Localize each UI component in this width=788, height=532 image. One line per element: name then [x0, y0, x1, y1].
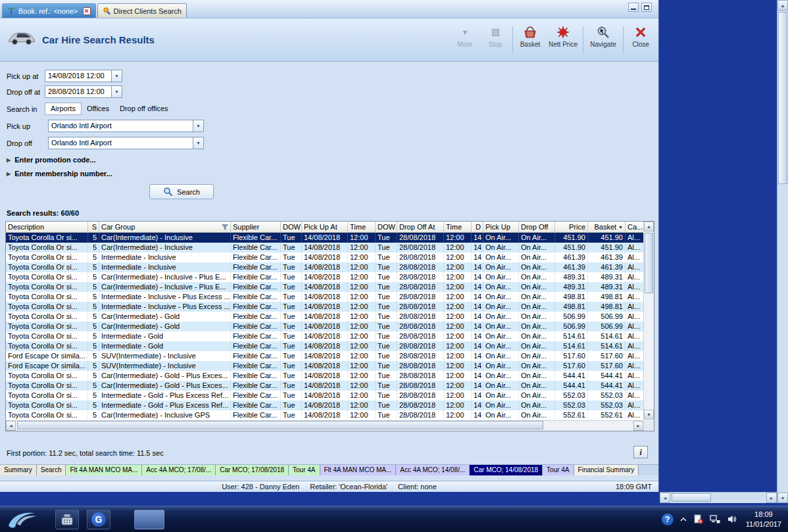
minimize-button[interactable] — [628, 3, 639, 12]
column-header[interactable]: D — [472, 222, 483, 233]
column-header[interactable]: DOW — [376, 222, 397, 233]
bottom-tab[interactable]: Tour 4A — [289, 465, 320, 475]
volume-icon[interactable] — [727, 514, 737, 524]
filter-funnel-icon[interactable] — [222, 224, 228, 230]
bottom-tab[interactable]: Tour 4A — [543, 465, 574, 475]
column-header[interactable]: Description — [6, 222, 88, 233]
bottom-tab[interactable]: Acc 4A MCO; 14/08/... — [396, 465, 470, 475]
table-horizontal-scrollbar[interactable]: ◄ ► — [6, 420, 643, 431]
scroll-left-icon[interactable]: ◄ — [6, 421, 16, 431]
tab-direct-clients-search[interactable]: Direct Clients Search — [97, 3, 187, 18]
column-header[interactable]: Pick Up — [483, 222, 519, 233]
column-header[interactable]: Ca... — [626, 222, 643, 233]
column-header[interactable]: Basket▼ — [588, 222, 626, 233]
table-row[interactable]: Toyota Corolla Or si...5Intermediate - G… — [6, 400, 643, 410]
tab-booking-ref[interactable]: Book. ref.: <none> ✕ — [2, 3, 96, 18]
bottom-tab[interactable]: Car MCO; 14/08/2018 — [470, 465, 543, 475]
membership-number-expander[interactable]: ▶ Enter membership number... — [7, 170, 112, 178]
scroll-up-icon[interactable]: ▲ — [644, 222, 654, 231]
scrollbar-thumb[interactable] — [672, 493, 711, 502]
table-row[interactable]: Toyota Corolla Or si...5Intermediate - G… — [6, 391, 643, 400]
table-row[interactable]: Ford Escape Or simila...5SUV(Intermediat… — [6, 361, 643, 371]
tab-dropoff-offices[interactable]: Drop off offices — [114, 103, 174, 114]
chevron-down-icon[interactable]: ▼ — [111, 70, 122, 82]
search-button[interactable]: Search — [149, 184, 214, 199]
nett-price-button[interactable]: Nett Price — [545, 24, 581, 48]
tab-close-icon[interactable]: ✕ — [83, 7, 91, 15]
taskbar-comms-button[interactable] — [55, 510, 79, 529]
table-vertical-scrollbar[interactable]: ▲ ▼ — [643, 222, 654, 420]
scroll-down-icon[interactable]: ▼ — [644, 410, 654, 420]
column-header[interactable]: Supplier — [231, 222, 281, 233]
show-hidden-icons-chevron[interactable] — [680, 517, 687, 522]
network-icon[interactable] — [710, 514, 720, 524]
table-cell: Flexible Car... — [231, 302, 281, 312]
table-row[interactable]: Ford Escape Or simila...5SUV(Intermediat… — [6, 351, 643, 361]
table-row[interactable]: Toyota Corolla Or si...5Intermediate - I… — [6, 292, 643, 302]
taskbar-clock[interactable]: 18:09 11/01/2017 — [743, 510, 784, 529]
chevron-down-icon[interactable]: ▼ — [193, 120, 203, 132]
table-row[interactable]: Toyota Corolla Or si...5Intermediate - I… — [6, 262, 643, 272]
navigate-button[interactable]: Navigate — [585, 24, 621, 48]
dropoff-combobox[interactable]: Orlando Intl Airport ▼ — [48, 137, 204, 149]
dropoff-at-combobox[interactable]: 28/08/2018 12:00 ▼ — [45, 85, 122, 98]
scroll-down-icon[interactable]: ▼ — [777, 493, 788, 503]
table-row[interactable]: Toyota Corolla Or si...5Intermediate - I… — [6, 302, 643, 312]
table-row[interactable]: Toyota Corolla Or si...5Intermediate - G… — [6, 341, 643, 351]
table-row[interactable]: Toyota Corolla Or si...5Car(Intermediate… — [6, 410, 643, 420]
pickup-at-combobox[interactable]: 14/08/2018 12:00 ▼ — [45, 70, 122, 82]
help-icon[interactable]: ? — [662, 514, 674, 525]
info-button[interactable]: i — [633, 446, 648, 458]
table-row[interactable]: Toyota Corolla Or si...5Intermediate - G… — [6, 331, 643, 341]
close-button[interactable]: Close — [626, 24, 656, 48]
desktop-horizontal-scrollbar[interactable]: ◄ ► — [660, 492, 777, 503]
table-row[interactable]: Toyota Corolla Or si...5Car(Intermediate… — [6, 371, 643, 381]
restore-button[interactable] — [641, 3, 652, 12]
promotion-code-expander[interactable]: ▶ Enter promotion code... — [7, 156, 96, 164]
column-header[interactable]: Time — [444, 222, 472, 233]
table-row[interactable]: Toyota Corolla Or si...5Car(Intermediate… — [6, 381, 643, 391]
tab-airports[interactable]: Airports — [45, 103, 82, 115]
bottom-tab[interactable]: Flt 4A MAN MCO MA... — [320, 465, 397, 475]
column-header[interactable]: Drop Off At — [397, 222, 444, 233]
chevron-down-icon[interactable]: ▼ — [111, 86, 122, 97]
tab-offices[interactable]: Offices — [82, 103, 114, 114]
column-header[interactable]: S — [88, 222, 99, 233]
column-header[interactable]: Time — [348, 222, 376, 233]
bottom-tab[interactable]: Search — [37, 465, 66, 475]
scrollbar-thumb[interactable] — [17, 421, 543, 429]
column-header[interactable]: Car Group — [99, 222, 231, 233]
table-row[interactable]: Toyota Corolla Or si...5Car(Intermediate… — [6, 272, 643, 282]
scrollbar-thumb[interactable] — [778, 12, 787, 184]
bottom-tab[interactable]: Flt 4A MAN MCO MA... — [66, 465, 142, 475]
scroll-left-icon[interactable]: ◄ — [660, 493, 670, 503]
table-row[interactable]: Toyota Corolla Or si...5Car(Intermediate… — [6, 322, 643, 331]
bottom-tab[interactable]: Car MCO; 17/08/2018 — [216, 465, 289, 475]
bottom-tab[interactable]: Financial Summary — [574, 465, 639, 475]
scrollbar-thumb[interactable] — [645, 233, 653, 293]
taskbar-window-button[interactable] — [134, 510, 164, 529]
table-row[interactable]: Toyota Corolla Or si...5Car(Intermediate… — [6, 282, 643, 292]
column-header[interactable]: Drop Off — [519, 222, 555, 233]
desktop-vertical-scrollbar[interactable]: ▲ ▼ — [777, 0, 788, 503]
table-row[interactable]: Toyota Corolla Or si...5Intermediate - I… — [6, 253, 643, 262]
table-cell: On Air... — [483, 400, 519, 410]
table-cell: Flexible Car... — [231, 322, 281, 331]
column-header[interactable]: Price — [555, 222, 588, 233]
basket-button[interactable]: Basket — [515, 24, 545, 48]
taskbar-g-app-button[interactable]: G — [87, 510, 111, 529]
column-header[interactable]: Pick Up At — [302, 222, 348, 233]
column-header[interactable]: DOW — [281, 222, 302, 233]
bottom-tab[interactable]: Acc 4A MCO; 17/08/... — [142, 465, 216, 475]
pickup-combobox[interactable]: Orlando Intl Airport ▼ — [48, 120, 204, 132]
notification-flag-icon[interactable] — [693, 514, 703, 524]
scroll-up-icon[interactable]: ▲ — [777, 0, 788, 11]
table-row[interactable]: Toyota Corolla Or si...5Car(Intermediate… — [6, 233, 643, 243]
table-row[interactable]: Toyota Corolla Or si...5Car(Intermediate… — [6, 312, 643, 322]
bottom-tab[interactable]: Summary — [0, 465, 37, 475]
table-row[interactable]: Toyota Corolla Or si...5Car(Intermediate… — [6, 243, 643, 253]
scroll-right-icon[interactable]: ► — [766, 493, 777, 503]
chevron-down-icon[interactable]: ▼ — [193, 137, 203, 149]
start-button[interactable] — [3, 508, 42, 531]
scroll-right-icon[interactable]: ► — [633, 421, 643, 431]
